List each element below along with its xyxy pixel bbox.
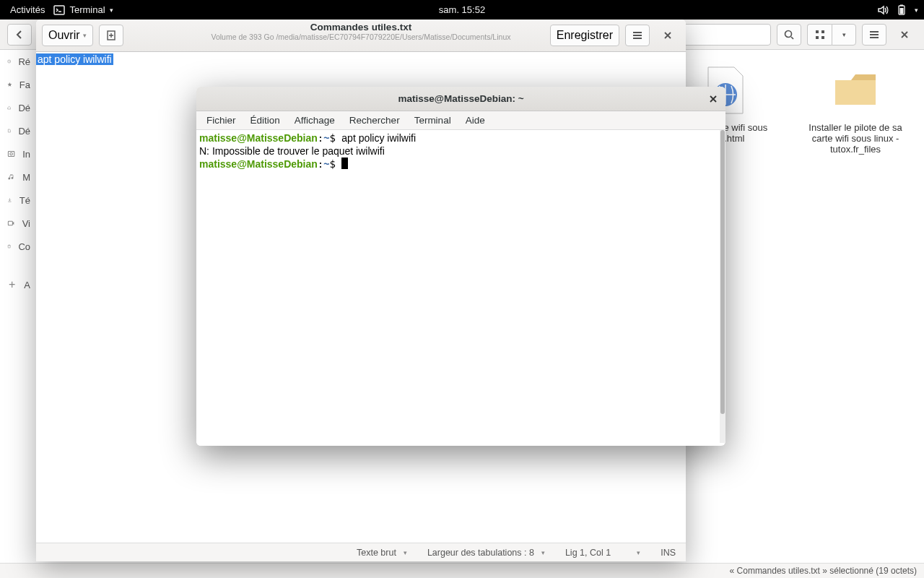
pictures-icon <box>7 148 15 160</box>
star-icon <box>7 79 12 90</box>
new-tab-button[interactable] <box>99 25 123 46</box>
close-button[interactable] <box>705 91 721 107</box>
documents-icon <box>7 125 11 137</box>
terminal-window: matisse@MatisseDebian: ~ Fichier Édition… <box>196 87 725 446</box>
new-document-icon <box>105 30 117 41</box>
hamburger-button[interactable] <box>862 24 886 46</box>
svg-point-4 <box>785 30 792 37</box>
sidebar-item[interactable]: Ré <box>0 50 38 73</box>
view-switcher[interactable]: ▾ <box>807 24 856 46</box>
app-menu[interactable]: Terminal ▾ <box>49 3 117 17</box>
terminal-cursor <box>341 158 348 169</box>
svg-point-11 <box>10 152 12 155</box>
home-icon <box>7 102 11 113</box>
sidebar-item[interactable]: Fa <box>0 73 38 96</box>
battery-icon[interactable] <box>896 4 907 16</box>
menu-file[interactable]: Fichier <box>199 113 243 128</box>
svg-rect-10 <box>8 152 14 157</box>
recent-icon <box>7 56 11 67</box>
svg-rect-8 <box>821 36 824 39</box>
svg-rect-0 <box>54 6 64 14</box>
volume-icon[interactable] <box>877 4 889 16</box>
svg-rect-5 <box>816 30 819 33</box>
svg-rect-2 <box>900 4 903 6</box>
save-button[interactable]: Enregistrer <box>550 25 619 46</box>
downloads-icon <box>7 194 12 206</box>
terminal-view[interactable]: matisse@MatisseDebian:~$ apt policy iwil… <box>196 130 720 446</box>
search-button[interactable] <box>777 24 801 46</box>
gedit-status-bar: Texte brut▾ Largeur des tabulations : 8▾… <box>36 543 686 561</box>
svg-rect-3 <box>900 8 904 14</box>
close-button[interactable] <box>892 24 917 46</box>
terminal-icon <box>53 4 65 16</box>
menu-view[interactable]: Affichage <box>287 113 342 128</box>
trash-icon <box>7 241 11 252</box>
terminal-title-text: matisse@MatisseDebian: ~ <box>398 93 523 104</box>
sidebar-item[interactable]: M <box>0 165 38 189</box>
sidebar-item[interactable]: In <box>0 142 38 165</box>
sidebar-item[interactable]: Dé <box>0 119 38 142</box>
hamburger-button[interactable] <box>625 25 650 46</box>
sidebar-item[interactable]: Co <box>0 235 38 258</box>
folder-icon <box>832 64 879 116</box>
activities-button[interactable]: Activités <box>6 3 49 17</box>
fm-status-text: « Commandes utiles.txt » sélectionné (19… <box>730 566 917 576</box>
sidebar-item[interactable]: Dé <box>0 96 38 119</box>
insert-mode: INS <box>650 548 686 558</box>
menu-search[interactable]: Rechercher <box>342 113 407 128</box>
close-button[interactable] <box>655 25 680 46</box>
selected-text: apt policy iwilwifi <box>36 53 113 65</box>
menu-help[interactable]: Aide <box>458 113 492 128</box>
terminal-scrollbar[interactable] <box>720 130 725 443</box>
menu-edit[interactable]: Édition <box>243 113 287 128</box>
folder-item[interactable]: Installer le pilote de sa carte wifi sou… <box>801 64 910 155</box>
menu-terminal[interactable]: Terminal <box>407 113 458 128</box>
fm-sidebar: Ré Fa Dé Dé In M Té Vi Co +A <box>0 50 38 563</box>
file-label: Installer le pilote de sa carte wifi sou… <box>801 122 910 155</box>
view-options-button[interactable]: ▾ <box>832 24 856 46</box>
system-menu-arrow[interactable]: ▾ <box>915 7 918 14</box>
sidebar-item[interactable]: +A <box>0 272 38 297</box>
sidebar-item[interactable]: Vi <box>0 212 38 235</box>
app-menu-label: Terminal <box>69 4 105 15</box>
music-icon <box>7 171 15 183</box>
gedit-headerbar: Ouvrir▾ Enregistrer Commandes utiles.txt… <box>36 20 686 52</box>
gnome-top-bar: Activités Terminal ▾ sam. 15:52 ▾ <box>0 0 924 20</box>
open-button[interactable]: Ouvrir▾ <box>42 25 93 46</box>
tab-width-selector[interactable]: Largeur des tabulations : 8▾ <box>417 548 555 558</box>
sidebar-item[interactable]: Té <box>0 189 38 212</box>
svg-rect-7 <box>816 36 819 39</box>
cursor-position[interactable]: Lig 1, Col 1▾ <box>555 548 650 558</box>
grid-view-button[interactable] <box>807 24 832 46</box>
syntax-selector[interactable]: Texte brut▾ <box>346 548 417 558</box>
terminal-titlebar[interactable]: matisse@MatisseDebian: ~ <box>196 87 725 111</box>
videos-icon <box>7 217 15 229</box>
svg-rect-12 <box>8 221 12 225</box>
clock[interactable]: sam. 15:52 <box>439 4 485 15</box>
fm-status-bar: « Commandes utiles.txt » sélectionné (19… <box>0 563 924 578</box>
svg-rect-6 <box>821 30 824 33</box>
back-button[interactable] <box>7 24 32 46</box>
terminal-menubar: Fichier Édition Affichage Rechercher Ter… <box>196 111 725 130</box>
